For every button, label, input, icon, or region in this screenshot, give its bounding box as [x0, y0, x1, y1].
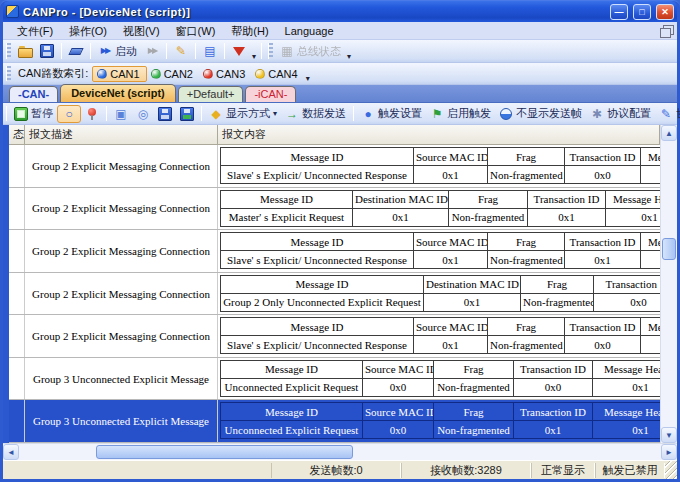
maximize-button[interactable]: □ [633, 4, 651, 20]
tab-2[interactable]: +Default+ [178, 86, 244, 102]
frame-field-header: Message ID [221, 190, 353, 208]
start-button[interactable]: ▶▶ 启动 [94, 43, 141, 60]
frame-field-header: Message ID [221, 233, 414, 251]
protocol-manage-button[interactable]: ✎ 协议管理 [655, 105, 680, 122]
table-row[interactable]: Group 2 Explicit Messaging ConnectionMes… [9, 188, 660, 231]
tab-0[interactable]: -CAN- [9, 86, 58, 102]
frame-field-header: Message ID [221, 275, 424, 293]
menu-help[interactable]: 帮助(H) [223, 22, 276, 40]
funnel-icon [233, 47, 245, 56]
frame-field-value: Non-fragmented [434, 378, 514, 396]
frame-field-header: Frag [449, 190, 528, 208]
menu-view[interactable]: 视图(V) [115, 22, 168, 40]
row-state-cell [9, 358, 25, 400]
can1-status-icon [97, 69, 107, 79]
toolbar-grip[interactable] [268, 43, 273, 58]
flag-icon: ⚑ [430, 107, 444, 121]
frame-detail-table: Message IDSource MAC IDFragTransaction I… [220, 232, 660, 269]
magnifier-icon: ◎ [136, 107, 150, 121]
hide-sent-frames-button[interactable]: 不显示发送帧 [495, 105, 586, 122]
toolbar-grip[interactable] [6, 43, 11, 58]
stop-button[interactable]: ▶▶ [141, 43, 163, 59]
table-row[interactable]: Group 2 Explicit Messaging ConnectionMes… [9, 230, 660, 273]
toolbar-overflow-chevron[interactable]: ▾ [345, 52, 353, 62]
ring-toggle-button[interactable]: ○ [57, 105, 81, 123]
can1-button[interactable]: CAN1 [92, 66, 146, 82]
frame-field-value [641, 336, 661, 354]
save-data-button[interactable] [154, 106, 176, 122]
scroll-right-button[interactable]: ► [661, 444, 677, 460]
eraser-icon [68, 48, 83, 55]
table-row[interactable]: Group 3 Unconnected Explicit MessageMess… [9, 358, 660, 401]
frame-field-value: 0x0 [565, 166, 641, 184]
frame-field-value: 0x1 [414, 251, 488, 269]
menu-window[interactable]: 窗口(W) [168, 22, 224, 40]
column-header-description[interactable]: 报文描述 [25, 125, 218, 144]
resize-grip[interactable] [665, 461, 677, 479]
toolbar-grip[interactable] [6, 106, 7, 121]
horizontal-scrollbar[interactable]: ◄ ► [3, 443, 677, 460]
can2-button[interactable]: CAN2 [147, 67, 199, 81]
ring-icon: ○ [62, 107, 76, 121]
save-button[interactable] [36, 43, 58, 59]
scroll-left-button[interactable]: ◄ [3, 444, 19, 460]
frame-field-header: Source MAC ID [363, 403, 434, 421]
menu-file[interactable]: 文件(F) [9, 22, 61, 40]
copy-button[interactable]: ▣ [110, 106, 132, 122]
frame-field-value: 0x0 [565, 336, 641, 354]
scroll-down-button[interactable]: ▼ [661, 427, 677, 443]
toolbar-separator [90, 43, 91, 58]
minimize-button[interactable]: — [610, 4, 628, 20]
frame-detail-table: Message IDSource MAC IDFragTransaction I… [220, 360, 660, 397]
enable-trigger-button[interactable]: ⚑ 启用触发 [426, 105, 495, 122]
table-row[interactable]: Group 3 Unconnected Explicit MessageMess… [9, 400, 660, 443]
display-mode-button[interactable]: ◆ 显示方式 ▾ [205, 105, 281, 122]
settings-button[interactable]: ✎ [170, 43, 192, 59]
horizontal-scroll-thumb[interactable] [96, 445, 353, 459]
title-bar[interactable]: CANPro - [DeviceNet (script)] — □ ✕ [3, 1, 677, 22]
table-row[interactable]: Group 2 Explicit Messaging ConnectionMes… [9, 315, 660, 358]
find-button[interactable]: ◎ [132, 106, 154, 122]
frame-field-header: Transaction ID [514, 360, 593, 378]
tab-3[interactable]: -iCAN- [245, 86, 296, 102]
status-received-frames: 接收帧数:3289 [401, 463, 531, 478]
tab-1[interactable]: DeviceNet (script) [60, 84, 176, 102]
toolbar-overflow-chevron[interactable]: ▾ [304, 74, 312, 84]
open-button[interactable] [14, 43, 36, 59]
status-display-mode: 正常显示 [531, 463, 595, 478]
toolbar-overflow-chevron[interactable]: ▾ [250, 52, 258, 62]
clear-button[interactable] [65, 43, 87, 59]
layers-button[interactable]: ▤ [199, 43, 221, 59]
trigger-setup-button[interactable]: ● 触发设置 [357, 105, 426, 122]
vertical-scroll-thumb[interactable] [662, 238, 676, 260]
frame-detail-table: Message IDSource MAC IDFragTransaction I… [220, 317, 660, 354]
can4-button[interactable]: CAN4 [251, 67, 303, 81]
row-content: Message IDSource MAC IDFragTransaction I… [218, 315, 660, 357]
toolbar-grip[interactable] [6, 66, 11, 81]
export-button[interactable] [176, 106, 198, 122]
column-header-content[interactable]: 报文内容 [218, 125, 660, 144]
row-content: Message IDSource MAC IDFragTransaction I… [218, 230, 660, 272]
menu-language[interactable]: Language [277, 22, 342, 40]
mdi-restore-icon[interactable] [660, 25, 674, 37]
column-header-state[interactable]: 态 [9, 125, 25, 144]
can3-status-icon [203, 69, 213, 79]
can3-button[interactable]: CAN3 [199, 67, 251, 81]
menu-operate[interactable]: 操作(O) [61, 22, 115, 40]
vertical-scrollbar[interactable]: ▲ ▼ [660, 125, 677, 443]
close-button[interactable]: ✕ [656, 4, 674, 20]
pause-button[interactable]: 暂停 [10, 105, 57, 122]
marker-button[interactable] [81, 106, 103, 122]
gear-icon: ✱ [590, 107, 604, 121]
protocol-config-button[interactable]: ✱ 协议配置 [586, 105, 655, 122]
can1-label: CAN1 [110, 68, 139, 80]
data-send-button[interactable]: → 数据发送 [281, 105, 350, 122]
table-row[interactable]: Group 2 Explicit Messaging ConnectionMes… [9, 273, 660, 316]
toolbar-separator [261, 43, 262, 58]
filter-button[interactable] [228, 43, 250, 59]
bus-status-button[interactable]: ▦ 总线状态 [276, 43, 345, 60]
table-row[interactable]: Group 2 Explicit Messaging ConnectionMes… [9, 145, 660, 188]
horizontal-scroll-track[interactable] [19, 444, 661, 460]
vertical-scroll-track[interactable] [661, 141, 677, 427]
scroll-up-button[interactable]: ▲ [661, 125, 677, 141]
